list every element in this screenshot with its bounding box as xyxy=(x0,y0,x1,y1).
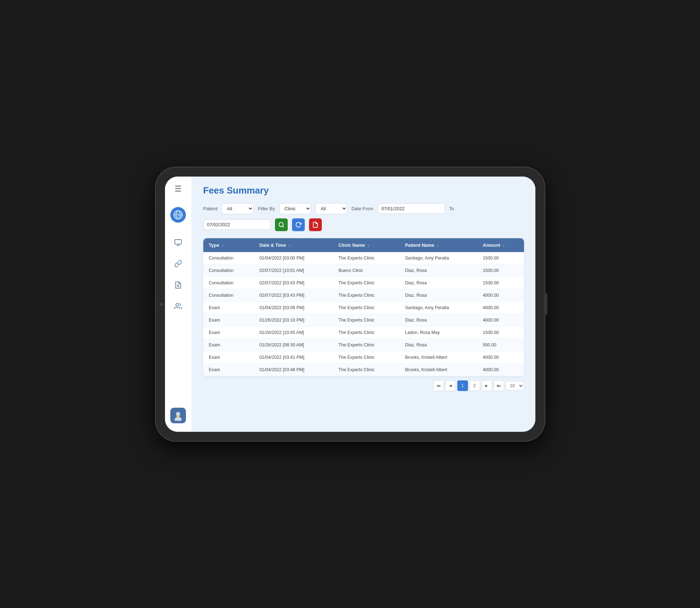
filter-by-select[interactable]: Clinic xyxy=(279,203,311,214)
cell-datetime: 02/07/2022 [03:43 PM] xyxy=(254,289,333,301)
table-row: Exam01/04/2022 [03:08 PM]The Experts Cli… xyxy=(203,301,524,314)
cell-clinic: The Experts Clinic xyxy=(333,363,399,376)
cell-datetime: 01/26/2022 [03:10 PM] xyxy=(254,314,333,326)
table-row: Exam01/26/2022 [08:30 AM]The Experts Cli… xyxy=(203,339,524,351)
svg-line-14 xyxy=(282,226,283,227)
date-to-label: To xyxy=(449,206,454,211)
sidebar-item-document[interactable] xyxy=(171,278,185,292)
cell-amount: 500.00 xyxy=(477,339,524,351)
sort-type-icon: ↕ xyxy=(222,244,224,247)
cell-type: Exam xyxy=(203,314,254,326)
sidebar-nav xyxy=(171,235,185,399)
pagination-first[interactable]: ⏮ xyxy=(433,380,444,391)
table-row: Exam01/26/2022 [03:10 PM]The Experts Cli… xyxy=(203,314,524,326)
col-patient[interactable]: Patient Name ↕ xyxy=(399,238,477,252)
tablet-screen: ☰ xyxy=(165,177,535,432)
patient-select[interactable]: All xyxy=(222,203,254,214)
sidebar: ☰ xyxy=(165,177,192,432)
table-row: Consultation02/07/2022 [03:43 PM]The Exp… xyxy=(203,289,524,301)
cell-datetime: 01/26/2022 [10:45 AM] xyxy=(254,326,333,339)
cell-type: Consultation xyxy=(203,264,254,277)
table-header: Type ↕ Date & Time ↕ Clinic Name ↕ Patie… xyxy=(203,238,524,252)
cell-amount: 4000.00 xyxy=(477,351,524,363)
col-clinic[interactable]: Clinic Name ↕ xyxy=(333,238,399,252)
cell-type: Exam xyxy=(203,339,254,351)
filter-bar: Patient All Filter By Clinic All Date Fr… xyxy=(203,203,524,231)
pdf-icon xyxy=(312,222,319,228)
cell-datetime: 01/26/2022 [08:30 AM] xyxy=(254,339,333,351)
cell-patient: Diaz, Rosa xyxy=(399,314,477,326)
search-button[interactable] xyxy=(275,218,288,231)
svg-point-12 xyxy=(177,415,180,418)
date-to-input[interactable] xyxy=(203,219,271,230)
cell-patient: Brooks, Kristell Albert xyxy=(399,351,477,363)
table-row: Exam01/04/2022 [03:48 PM]The Experts Cli… xyxy=(203,363,524,376)
col-datetime[interactable]: Date & Time ↕ xyxy=(254,238,333,252)
cell-type: Consultation xyxy=(203,277,254,289)
cell-amount: 4000.00 xyxy=(477,289,524,301)
all-select[interactable]: All xyxy=(315,203,347,214)
cell-datetime: 01/04/2022 [03:41 PM] xyxy=(254,351,333,363)
table-body: Consultation01/04/2022 [03:00 PM]The Exp… xyxy=(203,252,524,376)
cell-patient: Diaz, Rosa xyxy=(399,277,477,289)
date-from-input[interactable] xyxy=(377,203,445,214)
page-title: Fees Summary xyxy=(203,185,524,196)
svg-point-13 xyxy=(279,222,283,227)
cell-amount: 4000.00 xyxy=(477,363,524,376)
cell-amount: 4000.00 xyxy=(477,301,524,314)
cell-type: Consultation xyxy=(203,289,254,301)
sort-amount-icon: ↕ xyxy=(503,244,505,247)
cell-type: Exam xyxy=(203,363,254,376)
date-from-label: Date From xyxy=(352,206,373,211)
menu-icon[interactable]: ☰ xyxy=(172,182,184,196)
cell-datetime: 02/07/2022 [03:43 PM] xyxy=(254,277,333,289)
pdf-button[interactable] xyxy=(309,218,322,231)
main-content: Fees Summary Patient All Filter By Clini… xyxy=(192,177,535,432)
cell-type: Exam xyxy=(203,301,254,314)
search-icon xyxy=(278,222,285,228)
user-avatar[interactable] xyxy=(170,408,186,423)
pagination-prev[interactable]: ◄ xyxy=(445,380,456,391)
refresh-button[interactable] xyxy=(292,218,305,231)
page-size-select[interactable]: 10 25 50 xyxy=(506,381,524,390)
cell-clinic: The Experts Clinic xyxy=(333,252,399,264)
cell-patient: Ladon, Rosa May xyxy=(399,326,477,339)
cell-type: Exam xyxy=(203,351,254,363)
cell-amount: 4000.00 xyxy=(477,314,524,326)
cell-clinic: The Experts Clinic xyxy=(333,301,399,314)
cell-patient: Diaz, Rosa xyxy=(399,339,477,351)
cell-amount: 1500.00 xyxy=(477,264,524,277)
table-row: Exam01/04/2022 [03:41 PM]The Experts Cli… xyxy=(203,351,524,363)
pagination-page-1[interactable]: 1 xyxy=(457,380,468,391)
pagination-next[interactable]: ► xyxy=(481,380,492,391)
cell-patient: Santiago, Amy Peralta xyxy=(399,252,477,264)
app-logo[interactable] xyxy=(170,207,186,223)
col-type[interactable]: Type ↕ xyxy=(203,238,254,252)
col-amount[interactable]: Amount ↕ xyxy=(477,238,524,252)
cell-patient: Santiago, Amy Peralta xyxy=(399,301,477,314)
pagination-page-2[interactable]: 2 xyxy=(469,380,480,391)
table-header-row: Type ↕ Date & Time ↕ Clinic Name ↕ Patie… xyxy=(203,238,524,252)
tablet-camera xyxy=(160,303,163,306)
table-row: Exam01/26/2022 [10:45 AM]The Experts Cli… xyxy=(203,326,524,339)
cell-clinic: Bueco Clinic xyxy=(333,264,399,277)
sidebar-item-monitor[interactable] xyxy=(171,235,185,250)
cell-type: Exam xyxy=(203,326,254,339)
table-row: Consultation02/07/2022 [10:01 AM]Bueco C… xyxy=(203,264,524,277)
cell-datetime: 02/07/2022 [10:01 AM] xyxy=(254,264,333,277)
sidebar-item-users[interactable] xyxy=(171,299,185,313)
cell-clinic: The Experts Clinic xyxy=(333,339,399,351)
cell-datetime: 01/04/2022 [03:08 PM] xyxy=(254,301,333,314)
refresh-icon xyxy=(295,222,302,228)
cell-type: Consultation xyxy=(203,252,254,264)
sidebar-item-link[interactable] xyxy=(171,257,185,271)
table-row: Consultation01/04/2022 [03:00 PM]The Exp… xyxy=(203,252,524,264)
sort-datetime-icon: ↕ xyxy=(289,244,291,247)
table-row: Consultation02/07/2022 [03:43 PM]The Exp… xyxy=(203,277,524,289)
pagination: ⏮ ◄ 1 2 ► ⏭ 10 25 50 xyxy=(203,376,524,392)
cell-patient: Diaz, Rosa xyxy=(399,289,477,301)
pagination-last[interactable]: ⏭ xyxy=(494,380,504,391)
svg-point-8 xyxy=(176,303,178,306)
cell-amount: 1500.00 xyxy=(477,326,524,339)
logo-icon xyxy=(173,210,183,220)
